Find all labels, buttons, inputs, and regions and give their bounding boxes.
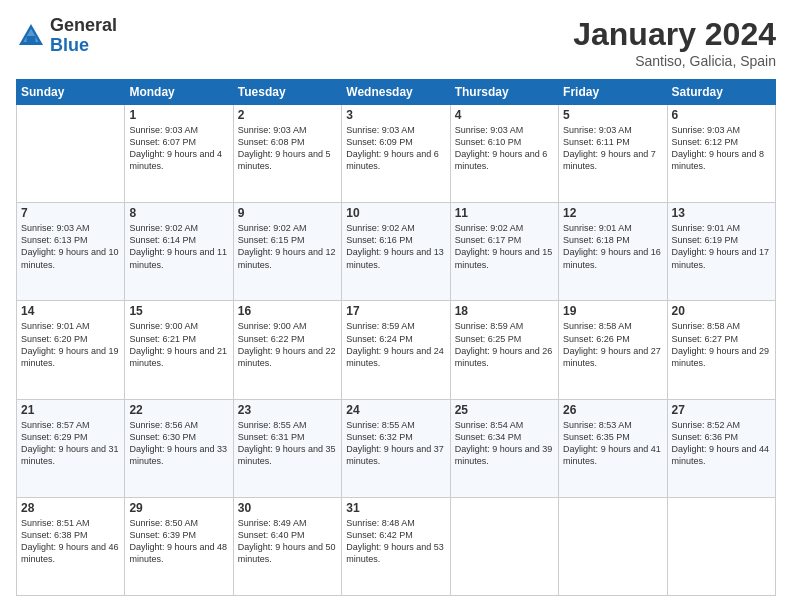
day-number: 1: [129, 108, 228, 122]
day-number: 2: [238, 108, 337, 122]
day-number: 21: [21, 403, 120, 417]
calendar-cell: 1Sunrise: 9:03 AMSunset: 6:07 PMDaylight…: [125, 105, 233, 203]
day-info: Sunrise: 9:03 AMSunset: 6:07 PMDaylight:…: [129, 124, 228, 173]
day-number: 6: [672, 108, 771, 122]
calendar-cell: 25Sunrise: 8:54 AMSunset: 6:34 PMDayligh…: [450, 399, 558, 497]
day-info: Sunrise: 8:55 AMSunset: 6:31 PMDaylight:…: [238, 419, 337, 468]
week-row-4: 21Sunrise: 8:57 AMSunset: 6:29 PMDayligh…: [17, 399, 776, 497]
day-number: 10: [346, 206, 445, 220]
calendar-table: SundayMondayTuesdayWednesdayThursdayFrid…: [16, 79, 776, 596]
calendar-cell: 22Sunrise: 8:56 AMSunset: 6:30 PMDayligh…: [125, 399, 233, 497]
calendar-cell: 24Sunrise: 8:55 AMSunset: 6:32 PMDayligh…: [342, 399, 450, 497]
day-info: Sunrise: 9:03 AMSunset: 6:12 PMDaylight:…: [672, 124, 771, 173]
calendar-cell: 2Sunrise: 9:03 AMSunset: 6:08 PMDaylight…: [233, 105, 341, 203]
day-info: Sunrise: 8:54 AMSunset: 6:34 PMDaylight:…: [455, 419, 554, 468]
calendar-cell: 10Sunrise: 9:02 AMSunset: 6:16 PMDayligh…: [342, 203, 450, 301]
calendar-cell: 14Sunrise: 9:01 AMSunset: 6:20 PMDayligh…: [17, 301, 125, 399]
calendar-cell: 11Sunrise: 9:02 AMSunset: 6:17 PMDayligh…: [450, 203, 558, 301]
month-title: January 2024: [573, 16, 776, 53]
day-number: 24: [346, 403, 445, 417]
calendar-cell: 16Sunrise: 9:00 AMSunset: 6:22 PMDayligh…: [233, 301, 341, 399]
day-info: Sunrise: 8:48 AMSunset: 6:42 PMDaylight:…: [346, 517, 445, 566]
day-info: Sunrise: 8:51 AMSunset: 6:38 PMDaylight:…: [21, 517, 120, 566]
day-info: Sunrise: 8:56 AMSunset: 6:30 PMDaylight:…: [129, 419, 228, 468]
calendar-cell: 8Sunrise: 9:02 AMSunset: 6:14 PMDaylight…: [125, 203, 233, 301]
calendar-cell: 6Sunrise: 9:03 AMSunset: 6:12 PMDaylight…: [667, 105, 775, 203]
calendar-cell: 28Sunrise: 8:51 AMSunset: 6:38 PMDayligh…: [17, 497, 125, 595]
day-info: Sunrise: 9:01 AMSunset: 6:20 PMDaylight:…: [21, 320, 120, 369]
day-number: 17: [346, 304, 445, 318]
weekday-header-wednesday: Wednesday: [342, 80, 450, 105]
calendar-cell: 17Sunrise: 8:59 AMSunset: 6:24 PMDayligh…: [342, 301, 450, 399]
day-number: 14: [21, 304, 120, 318]
day-info: Sunrise: 8:58 AMSunset: 6:27 PMDaylight:…: [672, 320, 771, 369]
calendar-cell: 30Sunrise: 8:49 AMSunset: 6:40 PMDayligh…: [233, 497, 341, 595]
day-number: 11: [455, 206, 554, 220]
logo-icon: [16, 21, 46, 51]
day-info: Sunrise: 9:00 AMSunset: 6:21 PMDaylight:…: [129, 320, 228, 369]
day-number: 30: [238, 501, 337, 515]
calendar-cell: 7Sunrise: 9:03 AMSunset: 6:13 PMDaylight…: [17, 203, 125, 301]
weekday-header-row: SundayMondayTuesdayWednesdayThursdayFrid…: [17, 80, 776, 105]
day-info: Sunrise: 8:55 AMSunset: 6:32 PMDaylight:…: [346, 419, 445, 468]
day-number: 13: [672, 206, 771, 220]
day-info: Sunrise: 8:58 AMSunset: 6:26 PMDaylight:…: [563, 320, 662, 369]
day-info: Sunrise: 9:02 AMSunset: 6:15 PMDaylight:…: [238, 222, 337, 271]
page: General Blue January 2024 Santiso, Galic…: [0, 0, 792, 612]
week-row-5: 28Sunrise: 8:51 AMSunset: 6:38 PMDayligh…: [17, 497, 776, 595]
weekday-header-tuesday: Tuesday: [233, 80, 341, 105]
weekday-header-friday: Friday: [559, 80, 667, 105]
day-info: Sunrise: 9:03 AMSunset: 6:08 PMDaylight:…: [238, 124, 337, 173]
calendar-cell: 29Sunrise: 8:50 AMSunset: 6:39 PMDayligh…: [125, 497, 233, 595]
calendar-cell: 20Sunrise: 8:58 AMSunset: 6:27 PMDayligh…: [667, 301, 775, 399]
calendar-cell: 26Sunrise: 8:53 AMSunset: 6:35 PMDayligh…: [559, 399, 667, 497]
calendar-cell: 9Sunrise: 9:02 AMSunset: 6:15 PMDaylight…: [233, 203, 341, 301]
day-info: Sunrise: 9:03 AMSunset: 6:11 PMDaylight:…: [563, 124, 662, 173]
calendar-cell: 15Sunrise: 9:00 AMSunset: 6:21 PMDayligh…: [125, 301, 233, 399]
day-number: 25: [455, 403, 554, 417]
weekday-header-monday: Monday: [125, 80, 233, 105]
day-info: Sunrise: 9:03 AMSunset: 6:13 PMDaylight:…: [21, 222, 120, 271]
day-number: 23: [238, 403, 337, 417]
day-number: 18: [455, 304, 554, 318]
day-number: 3: [346, 108, 445, 122]
day-info: Sunrise: 9:02 AMSunset: 6:17 PMDaylight:…: [455, 222, 554, 271]
weekday-header-thursday: Thursday: [450, 80, 558, 105]
week-row-1: 1Sunrise: 9:03 AMSunset: 6:07 PMDaylight…: [17, 105, 776, 203]
day-info: Sunrise: 8:52 AMSunset: 6:36 PMDaylight:…: [672, 419, 771, 468]
calendar-cell: [559, 497, 667, 595]
day-info: Sunrise: 9:02 AMSunset: 6:14 PMDaylight:…: [129, 222, 228, 271]
day-number: 9: [238, 206, 337, 220]
day-info: Sunrise: 8:57 AMSunset: 6:29 PMDaylight:…: [21, 419, 120, 468]
day-info: Sunrise: 9:01 AMSunset: 6:18 PMDaylight:…: [563, 222, 662, 271]
day-info: Sunrise: 8:50 AMSunset: 6:39 PMDaylight:…: [129, 517, 228, 566]
calendar-cell: 23Sunrise: 8:55 AMSunset: 6:31 PMDayligh…: [233, 399, 341, 497]
day-number: 29: [129, 501, 228, 515]
day-number: 5: [563, 108, 662, 122]
day-info: Sunrise: 8:49 AMSunset: 6:40 PMDaylight:…: [238, 517, 337, 566]
day-info: Sunrise: 9:00 AMSunset: 6:22 PMDaylight:…: [238, 320, 337, 369]
day-number: 31: [346, 501, 445, 515]
week-row-3: 14Sunrise: 9:01 AMSunset: 6:20 PMDayligh…: [17, 301, 776, 399]
calendar-cell: [667, 497, 775, 595]
calendar-cell: [17, 105, 125, 203]
day-number: 4: [455, 108, 554, 122]
day-number: 26: [563, 403, 662, 417]
location: Santiso, Galicia, Spain: [573, 53, 776, 69]
calendar-cell: 27Sunrise: 8:52 AMSunset: 6:36 PMDayligh…: [667, 399, 775, 497]
calendar-cell: 31Sunrise: 8:48 AMSunset: 6:42 PMDayligh…: [342, 497, 450, 595]
calendar-cell: 21Sunrise: 8:57 AMSunset: 6:29 PMDayligh…: [17, 399, 125, 497]
day-info: Sunrise: 8:59 AMSunset: 6:25 PMDaylight:…: [455, 320, 554, 369]
title-block: January 2024 Santiso, Galicia, Spain: [573, 16, 776, 69]
day-info: Sunrise: 8:59 AMSunset: 6:24 PMDaylight:…: [346, 320, 445, 369]
calendar-cell: 3Sunrise: 9:03 AMSunset: 6:09 PMDaylight…: [342, 105, 450, 203]
day-number: 22: [129, 403, 228, 417]
day-number: 19: [563, 304, 662, 318]
day-number: 28: [21, 501, 120, 515]
logo: General Blue: [16, 16, 117, 56]
calendar-cell: 5Sunrise: 9:03 AMSunset: 6:11 PMDaylight…: [559, 105, 667, 203]
day-number: 27: [672, 403, 771, 417]
day-info: Sunrise: 9:03 AMSunset: 6:10 PMDaylight:…: [455, 124, 554, 173]
day-info: Sunrise: 9:02 AMSunset: 6:16 PMDaylight:…: [346, 222, 445, 271]
calendar-cell: 4Sunrise: 9:03 AMSunset: 6:10 PMDaylight…: [450, 105, 558, 203]
